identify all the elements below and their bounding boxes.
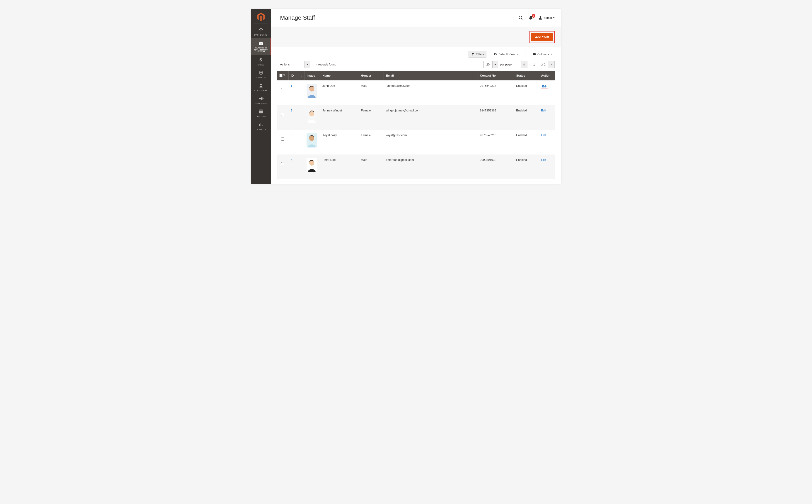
col-id[interactable]: ID↓ <box>288 71 304 80</box>
sidebar-item-marketing[interactable]: MARKETING <box>251 94 271 107</box>
next-page-button[interactable] <box>548 61 555 68</box>
funnel-icon <box>471 52 475 56</box>
add-staff-highlight: Add Staff <box>529 31 555 43</box>
col-email[interactable]: Email <box>384 71 478 80</box>
table-row: 4Peter DoeMalepeterdoe@gmail.com99908916… <box>277 154 555 179</box>
mass-actions-select[interactable]: Actions <box>277 61 310 68</box>
row-email: winget.jenney@gmail.com <box>384 105 478 130</box>
chevron-down-icon <box>516 54 518 55</box>
prev-page-button[interactable] <box>521 61 527 68</box>
row-status: Enabled <box>514 154 539 179</box>
col-gender[interactable]: Gender <box>359 71 384 80</box>
per-page-label: per page <box>500 63 512 66</box>
columns-label: Columns <box>537 53 549 56</box>
row-contact: 9147852369 <box>478 105 514 130</box>
sidebar-item-reports[interactable]: REPORTS <box>251 120 271 133</box>
row-gender: Male <box>359 80 384 105</box>
records-found-label: 4 records found <box>316 63 336 66</box>
page-of-label: of 1 <box>541 63 546 66</box>
row-id-link[interactable]: 4 <box>291 158 292 162</box>
row-checkbox[interactable] <box>281 137 284 141</box>
box-icon <box>259 70 263 76</box>
page-number-input[interactable] <box>530 61 538 68</box>
table-row: 3Keyal dazyFemalekayal@test.com987654321… <box>277 130 555 154</box>
row-name: John Doe <box>320 80 359 105</box>
row-gender: Female <box>359 105 384 130</box>
person-icon <box>259 83 263 89</box>
page-title: Manage Staff <box>277 13 318 23</box>
row-checkbox[interactable] <box>281 88 284 91</box>
row-id-link[interactable]: 3 <box>291 133 292 137</box>
chevron-down-icon[interactable] <box>492 61 498 68</box>
sidebar-item-customers[interactable]: CUSTOMERS <box>251 81 271 94</box>
filters-label: Filters <box>476 53 484 56</box>
row-name: Peter Doe <box>320 154 359 179</box>
username-label: admin <box>544 16 552 19</box>
magento-logo[interactable] <box>251 11 271 24</box>
col-image[interactable]: Image <box>304 71 320 80</box>
col-status[interactable]: Status <box>514 71 539 80</box>
sidebar-item-label: REPORTS <box>256 128 266 131</box>
default-view-button[interactable]: Default View <box>491 51 521 58</box>
columns-button[interactable]: Columns <box>530 51 555 58</box>
sidebar-item-catalog[interactable]: CATALOG <box>251 68 271 81</box>
chevron-down-icon[interactable] <box>283 74 285 77</box>
per-page-value: 20 <box>484 61 492 68</box>
sort-indicator-icon: ↓ <box>300 74 302 77</box>
row-email: kayal@test.com <box>384 130 478 154</box>
action-row: Add Staff <box>271 27 561 47</box>
sidebar-item-label: SALES <box>257 64 264 66</box>
row-checkbox[interactable] <box>281 162 284 165</box>
sidebar: DASHBOARD WAREHOUSE MANAGEMENT SYSTEM SA… <box>251 9 271 184</box>
edit-link[interactable]: Edit <box>541 109 546 112</box>
svg-point-7 <box>309 161 314 166</box>
sidebar-item-content[interactable]: CONTENT <box>251 107 271 120</box>
sidebar-item-sales[interactable]: SALES <box>251 55 271 68</box>
search-icon[interactable] <box>518 15 524 21</box>
row-contact: 9876543214 <box>478 80 514 105</box>
user-menu[interactable]: admin <box>538 16 555 20</box>
default-view-label: Default View <box>498 53 515 56</box>
table-row: 2Jenney WingetFemalewinget.jenney@gmail.… <box>277 105 555 130</box>
sidebar-item-label: CATALOG <box>256 77 266 79</box>
gear-icon <box>532 52 536 56</box>
row-checkbox[interactable] <box>281 113 284 116</box>
per-page-select[interactable]: 20 <box>483 61 498 68</box>
row-gender: Male <box>359 154 384 179</box>
eye-icon <box>493 52 497 56</box>
sidebar-item-label: DASHBOARD <box>254 34 268 36</box>
row-status: Enabled <box>514 80 539 105</box>
edit-link[interactable]: Edit <box>542 85 547 88</box>
notification-count-badge: 2 <box>532 14 535 18</box>
pager: of 1 <box>521 61 555 68</box>
add-staff-button[interactable]: Add Staff <box>531 33 553 41</box>
edit-link[interactable]: Edit <box>541 158 546 162</box>
dollar-icon <box>259 57 263 63</box>
user-icon <box>538 16 543 20</box>
main-content: Manage Staff 2 admin Add Staff <box>271 9 561 184</box>
sidebar-item-dashboard[interactable]: DASHBOARD <box>251 25 271 38</box>
gauge-icon <box>259 27 263 33</box>
layout-icon <box>259 109 263 115</box>
topbar: Manage Staff 2 admin <box>271 9 561 25</box>
edit-link[interactable]: Edit <box>541 133 546 137</box>
row-contact: 9990891632 <box>478 154 514 179</box>
chevron-down-icon <box>550 54 552 55</box>
bar-chart-icon <box>259 122 263 128</box>
notifications-icon[interactable]: 2 <box>528 15 534 21</box>
col-action[interactable]: Action <box>539 71 555 80</box>
select-all-checkbox[interactable] <box>279 74 283 77</box>
col-name[interactable]: Name <box>320 71 359 80</box>
svg-point-5 <box>309 136 314 141</box>
chevron-down-icon[interactable] <box>305 61 310 68</box>
filters-button[interactable]: Filters <box>469 51 486 58</box>
row-name: Jenney Winget <box>320 105 359 130</box>
row-id-link[interactable]: 2 <box>291 109 292 112</box>
sidebar-item-label: MARKETING <box>255 103 267 105</box>
avatar <box>307 109 317 123</box>
select-all-header[interactable] <box>277 71 288 80</box>
col-contact[interactable]: Contact No <box>478 71 514 80</box>
sidebar-item-wms[interactable]: WAREHOUSE MANAGEMENT SYSTEM <box>251 38 271 55</box>
staff-table: ID↓ Image Name Gender Email Contact No S… <box>277 71 555 179</box>
row-id-link[interactable]: 1 <box>291 84 292 87</box>
